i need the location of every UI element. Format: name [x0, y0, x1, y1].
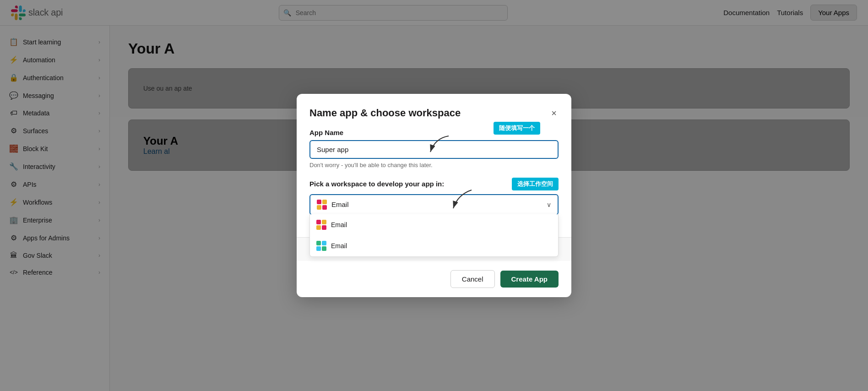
svg-rect-8: [322, 225, 326, 230]
workspace-dropdown: Email Email: [309, 214, 559, 257]
modal-body: App Name 随便填写一个 Don't worry - you'll be …: [297, 119, 571, 237]
workspace-option-icon-2: [316, 241, 326, 251]
annotation-arrow-name: [426, 134, 453, 157]
modal-title: Name app & choose workspace: [309, 107, 461, 119]
svg-rect-6: [322, 220, 326, 224]
workspace-selected-display[interactable]: Email ∨: [310, 195, 558, 214]
annotation-arrow-workspace: [449, 188, 476, 213]
workspace-option-name-1: Email: [331, 221, 347, 228]
modal-overlay[interactable]: Name app & choose workspace × App Name 随…: [0, 0, 868, 391]
svg-rect-7: [316, 225, 321, 230]
workspace-selected-name: Email: [331, 201, 349, 208]
svg-rect-9: [316, 241, 321, 245]
workspace-chevron-icon: ∨: [547, 201, 551, 208]
workspace-option-name-2: Email: [331, 242, 347, 250]
annotation-select-workspace: 选择工作空间: [512, 178, 559, 190]
svg-rect-4: [322, 205, 327, 210]
modal-header: Name app & choose workspace ×: [297, 94, 571, 119]
cancel-button[interactable]: Cancel: [450, 270, 495, 288]
svg-rect-3: [317, 205, 321, 210]
create-app-modal: Name app & choose workspace × App Name 随…: [297, 94, 571, 298]
workspace-section: Pick a workspace to develop your app in:…: [309, 178, 559, 228]
svg-rect-10: [322, 241, 326, 245]
svg-rect-2: [322, 200, 327, 204]
workspace-icon-email-1: [317, 200, 327, 210]
svg-rect-12: [322, 246, 326, 251]
app-name-field-wrapper: 随便填写一个: [309, 140, 559, 159]
workspace-option-2[interactable]: Email: [310, 235, 558, 256]
modal-actions: Cancel Create App: [297, 261, 571, 297]
app-name-hint: Don't worry - you'll be able to change t…: [309, 162, 559, 168]
workspace-option-icon-1: [316, 220, 326, 230]
svg-rect-11: [316, 246, 321, 251]
close-button[interactable]: ×: [549, 107, 559, 119]
svg-rect-1: [317, 200, 321, 204]
annotation-fill-name: 随便填写一个: [494, 122, 540, 135]
workspace-option-1[interactable]: Email: [310, 214, 558, 235]
workspace-selector[interactable]: Email ∨ Email: [309, 194, 559, 215]
workspace-label: Pick a workspace to develop your app in:: [309, 180, 444, 188]
create-app-button[interactable]: Create App: [500, 271, 559, 288]
svg-rect-5: [316, 220, 321, 224]
